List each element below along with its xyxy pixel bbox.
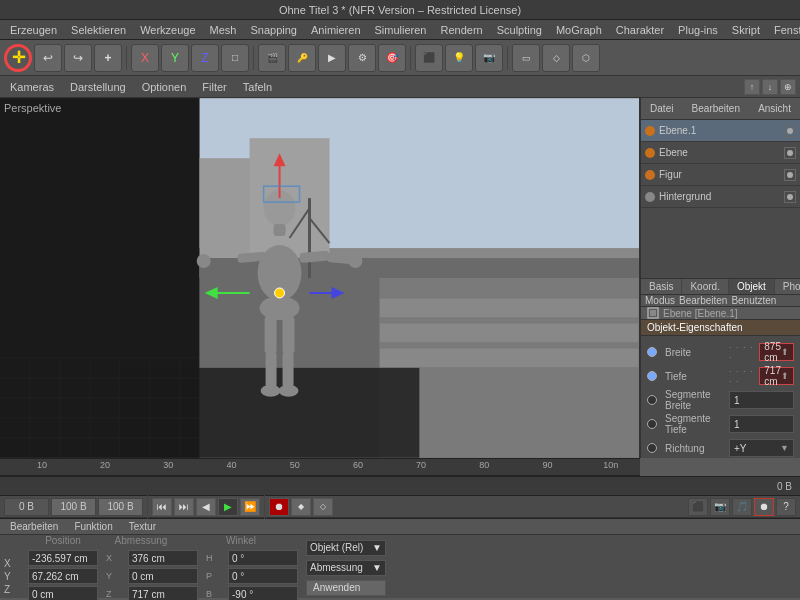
abm-y-field[interactable]: 0 cm	[128, 568, 198, 584]
abm-z-field[interactable]: 717 cm	[128, 586, 198, 600]
sub-filter[interactable]: Filter	[196, 79, 232, 95]
sub-cameras[interactable]: Kameras	[4, 79, 60, 95]
layer-item-ebene1[interactable]: Ebene.1	[641, 120, 800, 142]
add-button[interactable]: +	[94, 44, 122, 72]
prop-input-breite[interactable]: 875 cm ⬆	[759, 343, 794, 361]
menu-werkzeuge[interactable]: Werkzeuge	[134, 22, 201, 38]
attr-benutzen[interactable]: Benutzten	[731, 295, 776, 306]
prop-radio-breite[interactable]	[647, 347, 657, 357]
menu-skript[interactable]: Skript	[726, 22, 766, 38]
layer-item-figur[interactable]: Figur	[641, 164, 800, 186]
sub-darstellung[interactable]: Darstellung	[64, 79, 132, 95]
redo-button[interactable]: ↪	[64, 44, 92, 72]
attr-modus[interactable]: Modus	[645, 295, 675, 306]
transport-icon4[interactable]: ⏺	[754, 498, 774, 516]
pos-y-field[interactable]: 67.262 cm	[28, 568, 98, 584]
layers-tab-ansicht[interactable]: Ansicht	[752, 101, 797, 116]
transport-icon2[interactable]: 📷	[710, 498, 730, 516]
coord-tab-bearbeiten[interactable]: Bearbeiten	[4, 519, 64, 534]
menu-charakter[interactable]: Charakter	[610, 22, 670, 38]
menu-snapping[interactable]: Snapping	[244, 22, 303, 38]
display-mode-button[interactable]: ⬛	[415, 44, 443, 72]
key-button[interactable]: 🔑	[288, 44, 316, 72]
apply-button[interactable]: Anwenden	[306, 580, 386, 596]
props-tab-phong[interactable]: Phong	[775, 279, 800, 294]
layer-vis-ebene1[interactable]	[784, 125, 796, 137]
layer-vis-ebene[interactable]	[784, 147, 796, 159]
menu-rendern[interactable]: Rendern	[434, 22, 488, 38]
layers-tab-datei[interactable]: Datei	[644, 101, 679, 116]
menu-animieren[interactable]: Animieren	[305, 22, 367, 38]
icon-down-arrow[interactable]: ↓	[762, 79, 778, 95]
render-view-button[interactable]: ⚙	[348, 44, 376, 72]
transport-current[interactable]: 100 B	[98, 498, 143, 516]
menu-mesh[interactable]: Mesh	[204, 22, 243, 38]
coord-tab-funktion[interactable]: Funktion	[68, 519, 118, 534]
y-constraint-button[interactable]: Y	[161, 44, 189, 72]
object-button[interactable]: ◇	[542, 44, 570, 72]
menu-simulieren[interactable]: Simulieren	[369, 22, 433, 38]
pos-z-field[interactable]: 0 cm	[28, 586, 98, 600]
props-tab-objekt[interactable]: Objekt	[729, 279, 775, 294]
menu-mograph[interactable]: MoGraph	[550, 22, 608, 38]
transport-icon1[interactable]: ⬛	[688, 498, 708, 516]
menu-selektieren[interactable]: Selektieren	[65, 22, 132, 38]
prop-input-tiefe[interactable]: 717 cm ⬆	[759, 367, 794, 385]
undo-button[interactable]: ↩	[34, 44, 62, 72]
viewport[interactable]: Perspektive	[0, 98, 640, 458]
coord-tab-textur[interactable]: Textur	[123, 519, 162, 534]
menu-erzeugen[interactable]: Erzeugen	[4, 22, 63, 38]
props-tab-basis[interactable]: Basis	[641, 279, 682, 294]
menu-plugins[interactable]: Plug-ins	[672, 22, 724, 38]
transport-icon3[interactable]: 🎵	[732, 498, 752, 516]
coord-dropdown-abm[interactable]: Abmessung ▼	[306, 560, 386, 576]
icon-plus-circle[interactable]: ⊕	[780, 79, 796, 95]
light-button[interactable]: 💡	[445, 44, 473, 72]
transport-icon5[interactable]: ?	[776, 498, 796, 516]
props-tab-koord[interactable]: Koord.	[682, 279, 728, 294]
render-settings-button[interactable]: 🎯	[378, 44, 406, 72]
floor-button[interactable]: ▭	[512, 44, 540, 72]
prop-radio-richtung[interactable]	[647, 443, 657, 453]
prop-input-richtung[interactable]: +Y ▼	[729, 439, 794, 457]
transport-prev-btn[interactable]: ⏭	[174, 498, 194, 516]
sub-tafeln[interactable]: Tafeln	[237, 79, 278, 95]
transport-play-btn[interactable]: ▶	[218, 498, 238, 516]
prop-input-seg-breite[interactable]: 1	[729, 391, 794, 409]
move-tool-button[interactable]: ✛	[4, 44, 32, 72]
transform-button[interactable]: □	[221, 44, 249, 72]
layer-item-hintergrund[interactable]: Hintergrund	[641, 186, 800, 208]
keyframe-track[interactable]	[4, 477, 769, 495]
z-constraint-button[interactable]: Z	[191, 44, 219, 72]
layer-vis-hintergrund[interactable]	[784, 191, 796, 203]
icon-up-arrow[interactable]: ↑	[744, 79, 760, 95]
transport-start-btn[interactable]: ⏮	[152, 498, 172, 516]
attr-bearbeiten[interactable]: Bearbeiten	[679, 295, 727, 306]
layers-tab-bearbeiten[interactable]: Bearbeiten	[686, 101, 746, 116]
transport-key1-btn[interactable]: ◆	[291, 498, 311, 516]
transport-record-btn[interactable]: ⏺	[269, 498, 289, 516]
sub-optionen[interactable]: Optionen	[136, 79, 193, 95]
prop-radio-seg-breite[interactable]	[647, 395, 657, 405]
x-constraint-button[interactable]: X	[131, 44, 159, 72]
transport-back-btn[interactable]: ◀	[196, 498, 216, 516]
layer-vis-figur[interactable]	[784, 169, 796, 181]
angle-h-field[interactable]: 0 °	[228, 550, 298, 566]
angle-b-field[interactable]: -90 °	[228, 586, 298, 600]
angle-p-field[interactable]: 0 °	[228, 568, 298, 584]
transport-start[interactable]: 0 B	[4, 498, 49, 516]
layer-item-ebene[interactable]: Ebene	[641, 142, 800, 164]
material-button[interactable]: ⬡	[572, 44, 600, 72]
abm-x-field[interactable]: 376 cm	[128, 550, 198, 566]
render-region-button[interactable]: ▶	[318, 44, 346, 72]
transport-key2-btn[interactable]: ◇	[313, 498, 333, 516]
pos-x-field[interactable]: -236.597 cm	[28, 550, 98, 566]
prop-input-seg-tiefe[interactable]: 1	[729, 415, 794, 433]
transport-ff-btn[interactable]: ⏩	[240, 498, 260, 516]
menu-sculpting[interactable]: Sculpting	[491, 22, 548, 38]
clapper-button[interactable]: 🎬	[258, 44, 286, 72]
prop-radio-tiefe[interactable]	[647, 371, 657, 381]
camera-button[interactable]: 📷	[475, 44, 503, 72]
coord-dropdown-rel[interactable]: Objekt (Rel) ▼	[306, 540, 386, 556]
prop-radio-seg-tiefe[interactable]	[647, 419, 657, 429]
